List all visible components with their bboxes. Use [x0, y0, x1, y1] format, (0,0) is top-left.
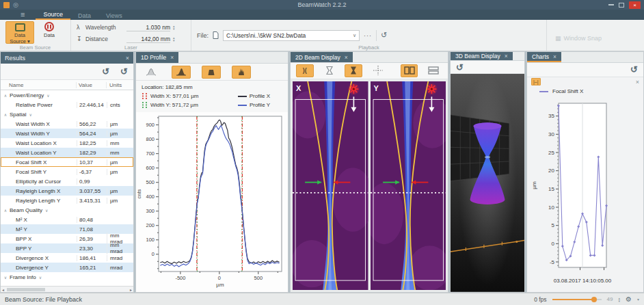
column-value[interactable]: Value — [76, 82, 106, 88]
table-row[interactable]: M² X80,48 — [1, 215, 133, 224]
speed-value: 49 — [607, 296, 613, 302]
profile-mode-raw-button[interactable] — [232, 66, 251, 79]
tab-charts-close-icon[interactable]: × — [553, 53, 556, 60]
tab-3d-close-icon[interactable]: × — [505, 53, 508, 59]
table-row[interactable]: Waist Location Y182,29mm — [1, 148, 133, 157]
profile-mode-peak-button[interactable] — [172, 66, 191, 79]
window-snap-option[interactable]: ▦ Window Snap — [555, 35, 602, 42]
tab-charts[interactable]: Charts × — [527, 52, 561, 62]
table-row[interactable]: Divergence Y165,21mrad — [1, 263, 133, 272]
autoscale-button[interactable]: |–| — [531, 78, 541, 85]
table-row[interactable]: Divergence X186,41mrad — [1, 253, 133, 263]
profile-mode-tophat-button[interactable] — [202, 66, 221, 79]
charts-subrow: |–| × — [527, 77, 643, 87]
table-row[interactable]: Focal Shift Y-6,37µm — [1, 167, 133, 176]
column-units[interactable]: Units — [106, 82, 133, 88]
svg-text:cnts: cnts — [136, 189, 142, 198]
svg-text:03.08.2017 14:10:05.00: 03.08.2017 14:10:05.00 — [554, 278, 612, 284]
reset-values-icon[interactable]: ↺ — [102, 66, 109, 77]
split-horizontal-button[interactable] — [425, 64, 442, 77]
split-vertical-button[interactable] — [401, 64, 418, 77]
playback-slider[interactable] — [552, 296, 602, 303]
svg-text:500: 500 — [254, 275, 263, 281]
wavelength-icon: λ — [77, 24, 83, 31]
table-row[interactable]: Focal Shift X10,37µm — [1, 157, 133, 167]
table-row[interactable]: Waist Width X566,22µm — [1, 119, 133, 129]
split-horizontal-icon — [428, 66, 439, 75]
cursor-star-y — [425, 83, 438, 95]
profile-1d-panel: 1D Profile × — [135, 51, 289, 293]
app-icon[interactable] — [3, 2, 10, 8]
file-path-input[interactable]: C:\Users\ni..\5kW SN2.bwData ∨ — [223, 30, 360, 41]
close-window-icon[interactable]: × — [629, 1, 641, 9]
gear-icon[interactable]: ⚙ — [626, 295, 632, 303]
results-header[interactable]: Results × — [1, 52, 133, 64]
profile-x-legend-swatch — [238, 96, 247, 97]
table-row[interactable]: ∧Spatial∨ — [1, 109, 133, 119]
wavelength-field[interactable]: 1.030 nm — [126, 24, 170, 31]
table-row[interactable]: Waist Width Y564,24µm — [1, 129, 133, 138]
chart-close-icon[interactable]: × — [636, 79, 639, 85]
browse-file-button[interactable]: ··· — [364, 32, 372, 39]
beam-view-x[interactable]: X — [293, 81, 368, 290]
beam-view-y[interactable]: Y — [371, 81, 446, 290]
scroll-thumb[interactable] — [7, 288, 45, 291]
tab-source[interactable]: Source — [36, 10, 70, 20]
tab-1d-close-icon[interactable]: × — [170, 54, 174, 61]
gear-dropdown-icon[interactable]: ▾ — [637, 297, 639, 302]
distance-field[interactable]: 142,00 mm — [126, 36, 170, 43]
table-row[interactable]: Rayleigh Length Y3.415,31µm — [1, 196, 133, 205]
table-row[interactable]: Ellipticity at Cursor0,99 — [1, 176, 133, 186]
maximize-icon[interactable] — [619, 3, 624, 8]
reset-3d-view-icon[interactable]: ↺ — [456, 62, 464, 72]
minimize-icon[interactable] — [608, 4, 614, 5]
tab-2d-close-icon[interactable]: × — [345, 54, 348, 61]
slider-knob[interactable] — [591, 297, 597, 302]
fps-readout: 0 fps — [534, 296, 546, 303]
speed-stepper[interactable]: ▴▾ — [619, 297, 621, 302]
hourglass-filled-button[interactable] — [345, 64, 362, 77]
results-hscrollbar[interactable]: ◂ ▸ — [1, 286, 133, 292]
quick-access-icon[interactable]: ◎ — [13, 2, 18, 8]
svg-text:0: 0 — [152, 251, 155, 257]
beam-view-x-label: X — [296, 84, 301, 92]
table-row[interactable]: ∨Frame Info∨ — [1, 272, 133, 282]
tab-1d-profile[interactable]: 1D Profile × — [136, 52, 178, 63]
distance-stepper[interactable]: ▴▾ — [173, 36, 175, 42]
reset-layout-icon[interactable]: ↺ — [120, 66, 128, 77]
table-row[interactable]: Waist Location X182,25mm — [1, 138, 133, 148]
wavelength-stepper[interactable]: ▴▾ — [173, 25, 175, 30]
crosshair-button[interactable] — [369, 64, 387, 77]
trend-chart[interactable]: -505101520253035µm03.08.2017 14:10:05.00 — [527, 96, 643, 292]
reload-file-icon[interactable]: ↺ — [381, 31, 387, 40]
data-source-button[interactable]: Data Source ▾ — [5, 21, 34, 44]
tab-data[interactable]: Data — [70, 11, 98, 20]
tab-3d-beam-display[interactable]: 3D Beam Display × — [451, 52, 513, 60]
scroll-right-icon[interactable]: ▸ — [130, 287, 132, 292]
tab-views[interactable]: Views — [98, 11, 130, 20]
beam-3d-scene[interactable] — [451, 74, 524, 292]
profile-1d-chart-svg: 0100200300400500600700800900-5000500cnts… — [136, 112, 288, 289]
caustic-fit-button[interactable]: )( — [296, 64, 314, 77]
table-row[interactable]: Rayleigh Length X3.037,55µm — [1, 186, 133, 196]
column-name[interactable]: Name — [9, 82, 76, 88]
table-row[interactable]: Relative Power22.446,14cnts — [1, 100, 133, 109]
reset-chart-icon[interactable]: ↺ — [630, 64, 638, 75]
scroll-left-icon[interactable]: ◂ — [2, 287, 4, 292]
svg-text:10: 10 — [548, 204, 554, 211]
profile-1d-chart[interactable]: 0100200300400500600700800900-5000500cnts… — [136, 112, 288, 292]
hourglass-outline-button[interactable] — [321, 64, 338, 77]
profile-mode-gaussian-button[interactable] — [142, 66, 161, 79]
svg-text:20: 20 — [548, 168, 554, 174]
group-beam-source: Data Source ▾ Data Beam Source — [0, 20, 71, 51]
tab-2d-beam-display[interactable]: 2D Beam Display × — [291, 52, 353, 62]
file-dropdown-icon[interactable]: ∨ — [353, 33, 356, 38]
table-row[interactable]: BPP Y23,30mm mrad — [1, 243, 133, 253]
results-close-icon[interactable]: × — [126, 55, 129, 62]
data-pause-button[interactable]: Data — [38, 21, 61, 44]
table-row[interactable]: ∧Power/Energy∨ — [1, 90, 133, 100]
scroll-track[interactable] — [5, 288, 129, 291]
table-row[interactable]: ∧Beam Quality∨ — [1, 205, 133, 215]
menu-icon[interactable]: ≡ — [21, 11, 25, 18]
charts-panel: Charts × ↺ |–| × Focal Shift X -50510152… — [526, 51, 644, 293]
